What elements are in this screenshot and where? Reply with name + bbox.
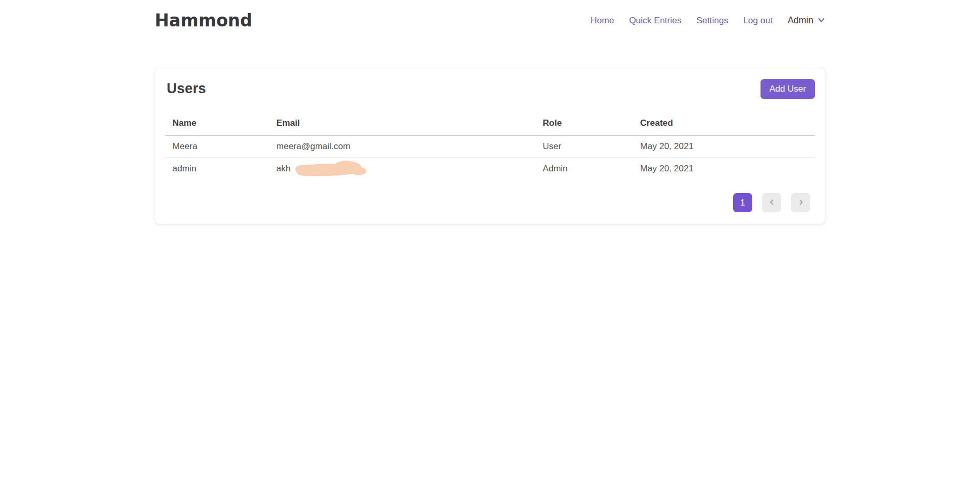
page-container: Hammond Home Quick Entries Settings Log … bbox=[155, 0, 825, 224]
column-header-role: Role bbox=[535, 115, 633, 136]
nav-link-quick-entries[interactable]: Quick Entries bbox=[629, 16, 681, 26]
nav-link-settings[interactable]: Settings bbox=[696, 16, 728, 26]
chevron-left-icon bbox=[769, 198, 775, 208]
users-table: Name Email Role Created Meera meera@gmai… bbox=[165, 115, 815, 180]
nav-link-home[interactable]: Home bbox=[591, 16, 614, 26]
cell-email-visible-text: akh bbox=[276, 164, 290, 173]
cell-email: meera@gmail.com bbox=[269, 136, 536, 158]
top-navigation-bar: Hammond Home Quick Entries Settings Log … bbox=[155, 0, 825, 31]
column-header-email: Email bbox=[269, 115, 536, 136]
pagination-prev-button[interactable] bbox=[762, 193, 781, 212]
cell-role: User bbox=[535, 136, 633, 158]
cell-name: admin bbox=[165, 158, 269, 180]
chevron-down-icon bbox=[817, 15, 825, 26]
page-title: Users bbox=[167, 81, 206, 97]
user-menu-dropdown[interactable]: Admin bbox=[787, 15, 825, 26]
table-row: admin akh Admin May 20, 2021 bbox=[165, 158, 815, 180]
user-menu-label: Admin bbox=[787, 15, 813, 26]
column-header-created: Created bbox=[633, 115, 815, 136]
main-nav: Home Quick Entries Settings Log out Admi… bbox=[591, 15, 825, 26]
card-header: Users Add User bbox=[165, 79, 815, 99]
table-row: Meera meera@gmail.com User May 20, 2021 bbox=[165, 136, 815, 158]
chevron-right-icon bbox=[798, 198, 804, 208]
pagination-page-1-button[interactable]: 1 bbox=[733, 193, 752, 212]
cell-created: May 20, 2021 bbox=[633, 136, 815, 158]
redaction-scribble bbox=[291, 159, 369, 179]
table-header-row: Name Email Role Created bbox=[165, 115, 815, 136]
column-header-name: Name bbox=[165, 115, 269, 136]
cell-role: Admin bbox=[535, 158, 633, 180]
pagination-next-button[interactable] bbox=[791, 193, 810, 212]
cell-name: Meera bbox=[165, 136, 269, 158]
pagination: 1 bbox=[165, 193, 815, 212]
cell-email: akh bbox=[269, 158, 536, 180]
nav-link-logout[interactable]: Log out bbox=[743, 16, 773, 26]
users-card: Users Add User Name Email Role Created bbox=[155, 68, 825, 224]
cell-created: May 20, 2021 bbox=[633, 158, 815, 180]
brand-logo[interactable]: Hammond bbox=[155, 10, 252, 31]
add-user-button[interactable]: Add User bbox=[760, 79, 815, 99]
